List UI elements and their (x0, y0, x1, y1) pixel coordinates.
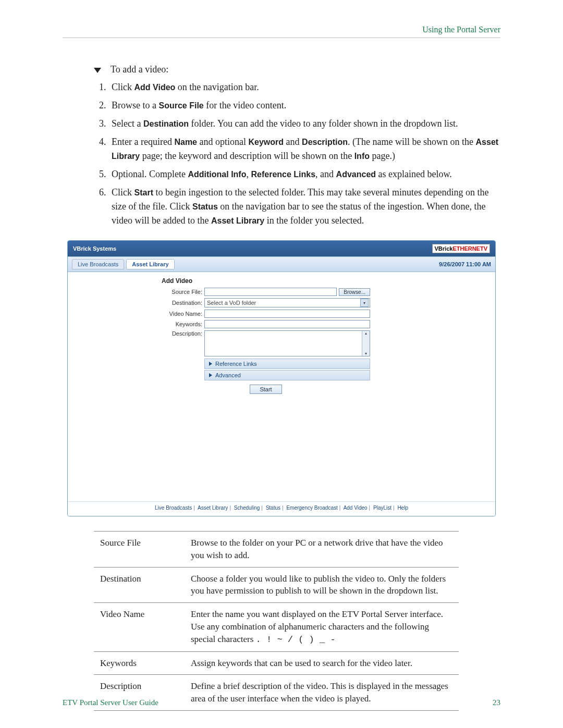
footer-link[interactable]: Scheduling (234, 505, 260, 511)
label-keywords: Keywords: (162, 321, 202, 327)
app-titlebar: VBrick Systems VBrickETHERNETV (68, 241, 495, 256)
label-description: Description: (162, 330, 202, 337)
desc-cell: Enter the name you want displayed on the… (185, 603, 459, 651)
step-1: Click Add Video on the navigation bar. (108, 80, 500, 94)
term-destination: Destination (143, 119, 189, 128)
footer-link[interactable]: Emergency Broadcast (286, 505, 337, 511)
footer-page-number: 23 (493, 698, 500, 707)
brand-logo: VBrickETHERNETV (432, 244, 490, 253)
footer-link[interactable]: Add Video (344, 505, 368, 511)
term-cell: Destination (94, 567, 185, 603)
form-heading: Add Video (162, 277, 370, 285)
expander-reference-links[interactable]: Reference Links (204, 359, 370, 369)
embedded-screenshot: VBrick Systems VBrickETHERNETV Live Broa… (67, 240, 496, 516)
definitions-table: Source File Browse to the folder on your… (94, 531, 459, 711)
table-row: Keywords Assign keywords that can be use… (94, 651, 459, 675)
step-4: Enter a required Name and optional Keywo… (108, 135, 500, 163)
select-destination[interactable]: Select a VoD folder ▾ (204, 298, 370, 307)
desc-cell: Assign keywords that can be used to sear… (185, 651, 459, 675)
label-destination: Destination: (162, 300, 202, 306)
term-source-file: Source File (158, 101, 203, 110)
input-video-name[interactable] (204, 310, 370, 318)
term-cell: Keywords (94, 651, 185, 675)
term-cell: Video Name (94, 603, 185, 651)
browse-button[interactable]: Browse... (339, 288, 370, 296)
term-add-video: Add Video (134, 83, 176, 92)
step-6: Click Start to begin ingestion to the se… (108, 186, 500, 228)
page-footer: ETV Portal Server User Guide 23 (63, 698, 500, 707)
brand-title: VBrick Systems (73, 245, 116, 252)
triangle-down-icon (94, 68, 101, 73)
tab-live-broadcasts[interactable]: Live Broadcasts (72, 259, 124, 269)
tab-bar: Live Broadcasts Asset Library 9/26/2007 … (68, 256, 495, 272)
term-cell: Source File (94, 532, 185, 567)
expander-advanced[interactable]: Advanced (204, 370, 370, 380)
label-source-file: Source File: (162, 289, 202, 295)
header-divider (63, 38, 500, 38)
table-row: Destination Choose a folder you would li… (94, 567, 459, 603)
header-section-link: Using the Portal Server (63, 25, 500, 34)
input-keywords[interactable] (204, 320, 370, 328)
step-2: Browse to a Source File for the video co… (108, 98, 500, 113)
label-video-name: Video Name: (162, 311, 202, 317)
desc-cell: Choose a folder you would like to publis… (185, 567, 459, 603)
table-row: Video Name Enter the name you want displ… (94, 603, 459, 651)
scrollbar[interactable]: ▴▾ (362, 331, 370, 356)
table-row: Source File Browse to the folder on your… (94, 532, 459, 567)
textarea-description[interactable]: ▴▾ (204, 330, 370, 356)
form-body: Add Video Source File: Browse... Destina… (68, 272, 495, 444)
footer-guide-title: ETV Portal Server User Guide (63, 698, 158, 707)
chevron-down-icon: ▾ (360, 299, 369, 307)
timestamp: 9/26/2007 11:00 AM (439, 261, 491, 267)
footer-link[interactable]: Live Broadcasts (155, 505, 192, 511)
step-5: Optional. Complete Additional Info, Refe… (108, 167, 500, 181)
step-3: Select a Destination folder. You can add… (108, 117, 500, 131)
screenshot-footer-links: Live Broadcasts| Asset Library| Scheduli… (68, 501, 495, 516)
intro-text: To add a video: (111, 64, 168, 75)
footer-link[interactable]: Asset Library (198, 505, 228, 511)
triangle-right-icon (209, 362, 212, 366)
footer-link[interactable]: PlayList (373, 505, 391, 511)
tab-asset-library[interactable]: Asset Library (126, 259, 174, 269)
start-button[interactable]: Start (250, 385, 282, 394)
steps-list: Click Add Video on the navigation bar. B… (94, 80, 500, 228)
desc-cell: Browse to the folder on your PC or a net… (185, 532, 459, 567)
footer-link[interactable]: Help (397, 505, 408, 511)
triangle-right-icon (209, 373, 212, 377)
footer-link[interactable]: Status (266, 505, 280, 511)
input-source-file[interactable] (204, 288, 337, 296)
